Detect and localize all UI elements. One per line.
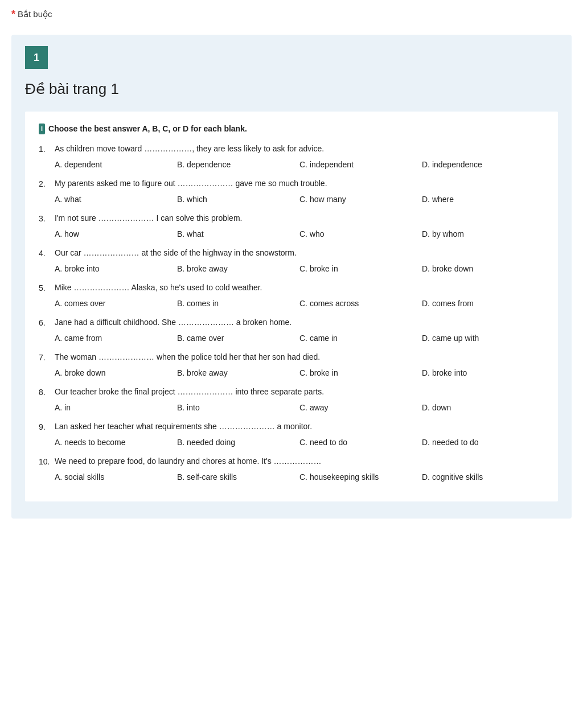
option-3-C[interactable]: C. who [299, 227, 422, 241]
questions-container: 1.As children move toward ………………, they a… [39, 143, 544, 484]
question-num-10: 10. [39, 455, 55, 468]
option-10-D[interactable]: D. cognitive skills [422, 470, 544, 484]
content-box: I Choose the best answer A, B, C, or D f… [25, 112, 558, 501]
option-7-D[interactable]: D. broke into [422, 366, 544, 380]
option-6-D[interactable]: D. came up with [422, 331, 544, 346]
option-8-A[interactable]: A. in [55, 401, 177, 415]
instruction-text: Choose the best answer A, B, C, or D for… [48, 123, 247, 135]
question-block-9: 9.Lan asked her teacher what requirement… [39, 421, 544, 450]
instruction: I Choose the best answer A, B, C, or D f… [39, 123, 544, 135]
option-4-A[interactable]: A. broke into [55, 262, 177, 276]
option-4-C[interactable]: C. broke in [299, 262, 422, 276]
question-block-3: 3.I'm not sure ………………… I can solve this … [39, 212, 544, 241]
option-1-D[interactable]: D. independence [422, 158, 544, 172]
question-text-8: Our teacher broke the final project …………… [55, 386, 544, 398]
option-3-A[interactable]: A. how [55, 227, 177, 241]
question-text-4: Our car ………………… at the side of the highw… [55, 247, 544, 259]
section-title: Đề bài trang 1 [25, 78, 558, 100]
option-1-C[interactable]: C. independent [299, 158, 422, 172]
question-num-4: 4. [39, 247, 55, 260]
option-7-B[interactable]: B. broke away [177, 366, 299, 380]
options-row-8: A. inB. intoC. awayD. down [55, 401, 544, 415]
option-5-A[interactable]: A. comes over [55, 297, 177, 311]
section-number-box: 1 [25, 46, 48, 69]
question-num-5: 5. [39, 282, 55, 294]
options-row-7: A. broke downB. broke awayC. broke inD. … [55, 366, 544, 380]
option-2-A[interactable]: A. what [55, 192, 177, 207]
options-row-4: A. broke intoB. broke awayC. broke inD. … [55, 262, 544, 276]
option-6-C[interactable]: C. came in [299, 331, 422, 346]
option-10-C[interactable]: C. housekeeping skills [299, 470, 422, 484]
option-3-B[interactable]: B. what [177, 227, 299, 241]
option-9-A[interactable]: A. needs to become [55, 435, 177, 450]
options-row-2: A. whatB. whichC. how manyD. where [55, 192, 544, 207]
question-num-8: 8. [39, 386, 55, 398]
option-5-D[interactable]: D. comes from [422, 297, 544, 311]
option-6-A[interactable]: A. came from [55, 331, 177, 346]
required-label: * Bắt buộc [0, 0, 583, 29]
question-text-1: As children move toward ………………, they are… [55, 143, 544, 155]
question-text-9: Lan asked her teacher what requirements … [55, 421, 544, 433]
option-4-D[interactable]: D. broke down [422, 262, 544, 276]
options-row-9: A. needs to becomeB. needed doingC. need… [55, 435, 544, 450]
option-10-A[interactable]: A. social skills [55, 470, 177, 484]
question-text-3: I'm not sure ………………… I can solve this pr… [55, 212, 544, 224]
option-7-A[interactable]: A. broke down [55, 366, 177, 380]
question-text-7: The woman ………………… when the police told h… [55, 351, 544, 363]
option-4-B[interactable]: B. broke away [177, 262, 299, 276]
option-9-C[interactable]: C. need to do [299, 435, 422, 450]
option-3-D[interactable]: D. by whom [422, 227, 544, 241]
question-num-9: 9. [39, 421, 55, 433]
option-1-A[interactable]: A. dependent [55, 158, 177, 172]
option-9-B[interactable]: B. needed doing [177, 435, 299, 450]
instruction-icon: I [39, 124, 45, 134]
question-block-6: 6.Jane had a difficult childhood. She ……… [39, 316, 544, 346]
question-block-5: 5.Mike ………………… Alaska, so he's used to c… [39, 282, 544, 311]
option-2-B[interactable]: B. which [177, 192, 299, 207]
option-8-B[interactable]: B. into [177, 401, 299, 415]
question-text-10: We need to prepare food, do laundry and … [55, 455, 544, 467]
options-row-5: A. comes overB. comes inC. comes acrossD… [55, 297, 544, 311]
option-6-B[interactable]: B. came over [177, 331, 299, 346]
question-block-4: 4.Our car ………………… at the side of the hig… [39, 247, 544, 276]
question-block-2: 2.My parents asked me to figure out …………… [39, 178, 544, 207]
question-block-8: 8.Our teacher broke the final project ……… [39, 386, 544, 415]
options-row-1: A. dependentB. dependenceC. independentD… [55, 158, 544, 172]
question-text-2: My parents asked me to figure out ………………… [55, 178, 544, 190]
required-text: Bắt buộc [18, 8, 52, 21]
option-8-C[interactable]: C. away [299, 401, 422, 415]
question-block-1: 1.As children move toward ………………, they a… [39, 143, 544, 172]
question-num-6: 6. [39, 316, 55, 329]
option-5-B[interactable]: B. comes in [177, 297, 299, 311]
option-2-D[interactable]: D. where [422, 192, 544, 207]
question-num-2: 2. [39, 178, 55, 190]
question-text-6: Jane had a difficult childhood. She …………… [55, 316, 544, 328]
required-star: * [11, 7, 15, 22]
options-row-6: A. came fromB. came overC. came inD. cam… [55, 331, 544, 346]
options-row-3: A. howB. whatC. whoD. by whom [55, 227, 544, 241]
option-10-B[interactable]: B. self-care skills [177, 470, 299, 484]
question-num-7: 7. [39, 351, 55, 364]
question-text-5: Mike ………………… Alaska, so he's used to col… [55, 282, 544, 294]
section-container: 1 Đề bài trang 1 I Choose the best answe… [11, 35, 572, 519]
question-num-3: 3. [39, 212, 55, 225]
question-block-7: 7.The woman ………………… when the police told… [39, 351, 544, 380]
question-block-10: 10.We need to prepare food, do laundry a… [39, 455, 544, 484]
option-2-C[interactable]: C. how many [299, 192, 422, 207]
question-num-1: 1. [39, 143, 55, 155]
option-9-D[interactable]: D. needed to do [422, 435, 544, 450]
option-5-C[interactable]: C. comes across [299, 297, 422, 311]
option-7-C[interactable]: C. broke in [299, 366, 422, 380]
option-8-D[interactable]: D. down [422, 401, 544, 415]
option-1-B[interactable]: B. dependence [177, 158, 299, 172]
options-row-10: A. social skillsB. self-care skillsC. ho… [55, 470, 544, 484]
